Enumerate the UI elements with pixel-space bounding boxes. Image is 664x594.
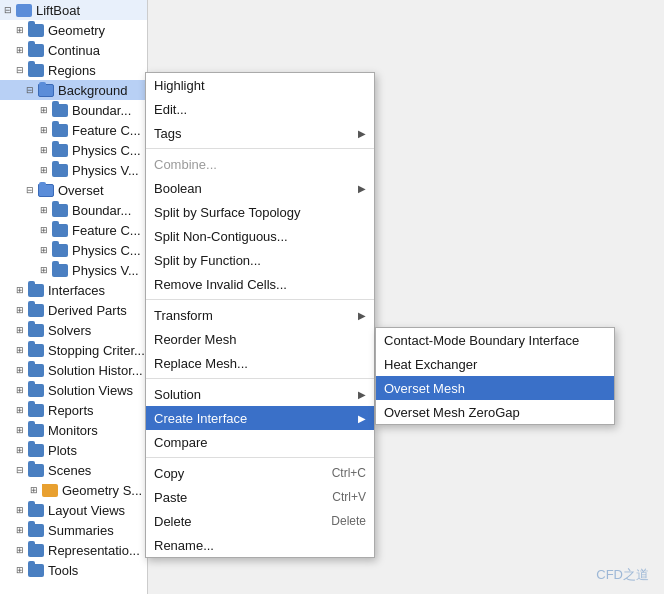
- toggle-scenes[interactable]: ⊟: [14, 464, 26, 476]
- toggle-reports[interactable]: ⊞: [14, 404, 26, 416]
- tree-item-representation[interactable]: ⊞ Representatio...: [0, 540, 147, 560]
- tree-item-derived-parts[interactable]: ⊞ Derived Parts: [0, 300, 147, 320]
- menu-label-rename: Rename...: [154, 538, 214, 553]
- folder-icon-summaries: [28, 524, 44, 537]
- toggle-ov-physics-v[interactable]: ⊞: [38, 264, 50, 276]
- toggle-bg-physics-c[interactable]: ⊞: [38, 144, 50, 156]
- tree-item-regions[interactable]: ⊟ Regions: [0, 60, 147, 80]
- tree-item-liftboat[interactable]: ⊟ LiftBoat: [0, 0, 147, 20]
- label-monitors: Monitors: [48, 423, 98, 438]
- toggle-interfaces[interactable]: ⊞: [14, 284, 26, 296]
- toggle-ov-physics-c[interactable]: ⊞: [38, 244, 50, 256]
- tree-item-scenes[interactable]: ⊟ Scenes: [0, 460, 147, 480]
- toggle-solution-views[interactable]: ⊞: [14, 384, 26, 396]
- toggle-regions[interactable]: ⊟: [14, 64, 26, 76]
- toggle-solution-hist[interactable]: ⊞: [14, 364, 26, 376]
- tree-item-solution-views[interactable]: ⊞ Solution Views: [0, 380, 147, 400]
- tree-item-plots[interactable]: ⊞ Plots: [0, 440, 147, 460]
- tree-item-geometry[interactable]: ⊞ Geometry: [0, 20, 147, 40]
- menu-item-replace-mesh[interactable]: Replace Mesh...: [146, 351, 374, 375]
- toggle-stopping-crit[interactable]: ⊞: [14, 344, 26, 356]
- tree-item-geometry-s[interactable]: ⊞ Geometry S...: [0, 480, 147, 500]
- tree-item-reports[interactable]: ⊞ Reports: [0, 400, 147, 420]
- toggle-continua[interactable]: ⊞: [14, 44, 26, 56]
- tree-item-interfaces[interactable]: ⊞ Interfaces: [0, 280, 147, 300]
- toggle-bg-boundary[interactable]: ⊞: [38, 104, 50, 116]
- menu-item-paste[interactable]: Paste Ctrl+V: [146, 485, 374, 509]
- tree-item-overset[interactable]: ⊟ Overset: [0, 180, 147, 200]
- tree-item-tools[interactable]: ⊞ Tools: [0, 560, 147, 580]
- toggle-derived-parts[interactable]: ⊞: [14, 304, 26, 316]
- arrow-solution: ▶: [358, 389, 366, 400]
- menu-item-create-interface[interactable]: Create Interface ▶: [146, 406, 374, 430]
- menu-item-split-surface[interactable]: Split by Surface Topology: [146, 200, 374, 224]
- toggle-monitors[interactable]: ⊞: [14, 424, 26, 436]
- menu-item-reorder-mesh[interactable]: Reorder Mesh: [146, 327, 374, 351]
- menu-item-delete[interactable]: Delete Delete: [146, 509, 374, 533]
- label-solution-views: Solution Views: [48, 383, 133, 398]
- menu-item-split-non-contiguous[interactable]: Split Non-Contiguous...: [146, 224, 374, 248]
- menu-item-highlight[interactable]: Highlight: [146, 73, 374, 97]
- submenu-item-overset-mesh[interactable]: Overset Mesh: [376, 376, 614, 400]
- folder-icon-geometry-s: [42, 484, 58, 497]
- toggle-background[interactable]: ⊟: [24, 84, 36, 96]
- toggle-bg-feature[interactable]: ⊞: [38, 124, 50, 136]
- toggle-ov-boundary[interactable]: ⊞: [38, 204, 50, 216]
- menu-item-copy[interactable]: Copy Ctrl+C: [146, 461, 374, 485]
- tree-item-summaries[interactable]: ⊞ Summaries: [0, 520, 147, 540]
- menu-label-transform: Transform: [154, 308, 213, 323]
- toggle-representation[interactable]: ⊞: [14, 544, 26, 556]
- toggle-geometry[interactable]: ⊞: [14, 24, 26, 36]
- toggle-liftboat[interactable]: ⊟: [2, 4, 14, 16]
- tree-item-stopping-crit[interactable]: ⊞ Stopping Criter...: [0, 340, 147, 360]
- tree-item-ov-feature[interactable]: ⊞ Feature C...: [0, 220, 147, 240]
- menu-label-paste: Paste: [154, 490, 187, 505]
- tree-item-solvers[interactable]: ⊞ Solvers: [0, 320, 147, 340]
- folder-icon-solution-hist: [28, 364, 44, 377]
- tree-item-bg-physics-v[interactable]: ⊞ Physics V...: [0, 160, 147, 180]
- tree-item-solution-hist[interactable]: ⊞ Solution Histor...: [0, 360, 147, 380]
- tree-item-continua[interactable]: ⊞ Continua: [0, 40, 147, 60]
- menu-item-remove-invalid[interactable]: Remove Invalid Cells...: [146, 272, 374, 296]
- label-stopping-crit: Stopping Criter...: [48, 343, 145, 358]
- folder-icon-stopping-crit: [28, 344, 44, 357]
- toggle-summaries[interactable]: ⊞: [14, 524, 26, 536]
- tree-item-ov-boundary[interactable]: ⊞ Boundar...: [0, 200, 147, 220]
- tree-item-ov-physics-c[interactable]: ⊞ Physics C...: [0, 240, 147, 260]
- toggle-tools[interactable]: ⊞: [14, 564, 26, 576]
- toggle-plots[interactable]: ⊞: [14, 444, 26, 456]
- folder-icon-geometry: [28, 24, 44, 37]
- tree-item-bg-physics-c[interactable]: ⊞ Physics C...: [0, 140, 147, 160]
- menu-label-tags: Tags: [154, 126, 181, 141]
- menu-item-boolean[interactable]: Boolean ▶: [146, 176, 374, 200]
- toggle-layout-views[interactable]: ⊞: [14, 504, 26, 516]
- toggle-solvers[interactable]: ⊞: [14, 324, 26, 336]
- menu-item-transform[interactable]: Transform ▶: [146, 303, 374, 327]
- tree-item-ov-physics-v[interactable]: ⊞ Physics V...: [0, 260, 147, 280]
- menu-item-solution[interactable]: Solution ▶: [146, 382, 374, 406]
- menu-item-edit[interactable]: Edit...: [146, 97, 374, 121]
- toggle-geometry-s[interactable]: ⊞: [28, 484, 40, 496]
- tree-item-bg-feature[interactable]: ⊞ Feature C...: [0, 120, 147, 140]
- menu-item-compare[interactable]: Compare: [146, 430, 374, 454]
- toggle-ov-feature[interactable]: ⊞: [38, 224, 50, 236]
- folder-icon-representation: [28, 544, 44, 557]
- tree-item-background[interactable]: ⊟ Background: [0, 80, 147, 100]
- submenu-item-contact-mode[interactable]: Contact-Mode Boundary Interface: [376, 328, 614, 352]
- tree-item-layout-views[interactable]: ⊞ Layout Views: [0, 500, 147, 520]
- submenu-item-overset-mesh-zerogap[interactable]: Overset Mesh ZeroGap: [376, 400, 614, 424]
- tree-item-bg-boundary[interactable]: ⊞ Boundar...: [0, 100, 147, 120]
- separator-1: [146, 148, 374, 149]
- menu-item-tags[interactable]: Tags ▶: [146, 121, 374, 145]
- folder-icon-derived-parts: [28, 304, 44, 317]
- label-ov-feature: Feature C...: [72, 223, 141, 238]
- menu-item-split-by-function[interactable]: Split by Function...: [146, 248, 374, 272]
- toggle-overset[interactable]: ⊟: [24, 184, 36, 196]
- menu-label-boolean: Boolean: [154, 181, 202, 196]
- menu-item-rename[interactable]: Rename...: [146, 533, 374, 557]
- tree-item-monitors[interactable]: ⊞ Monitors: [0, 420, 147, 440]
- watermark: CFD之道: [596, 566, 649, 584]
- toggle-bg-physics-v[interactable]: ⊞: [38, 164, 50, 176]
- menu-label-compare: Compare: [154, 435, 207, 450]
- submenu-item-heat-exchanger[interactable]: Heat Exchanger: [376, 352, 614, 376]
